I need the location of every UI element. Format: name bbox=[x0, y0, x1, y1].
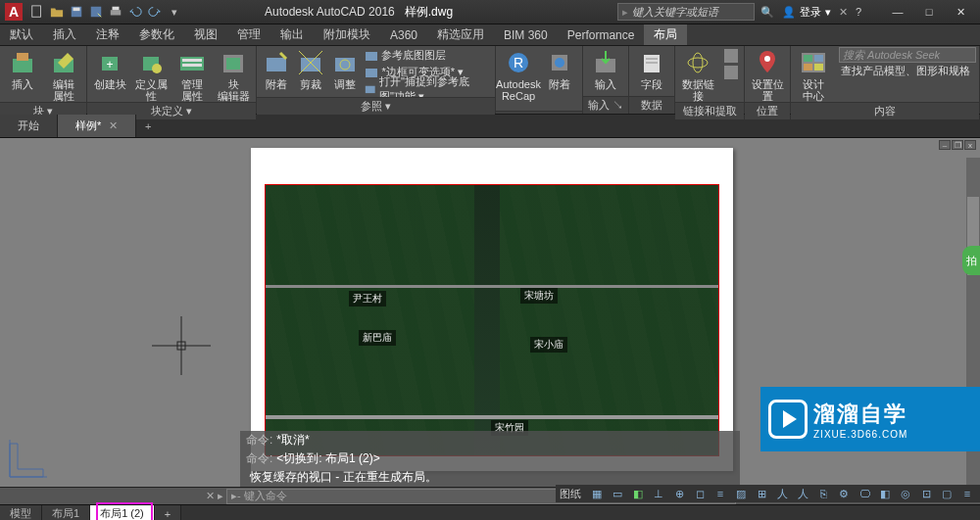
ribbon-tab-8[interactable]: A360 bbox=[380, 24, 427, 45]
doc-tab-1[interactable]: 样例*✕ bbox=[58, 115, 136, 137]
status-isolate-icon[interactable]: ◎ bbox=[897, 486, 914, 501]
recap-button[interactable]: RAutodeskReCap bbox=[499, 47, 538, 102]
status-transparency-icon[interactable]: ▨ bbox=[732, 486, 750, 501]
satellite-image bbox=[266, 185, 718, 455]
layout-tab-add-button[interactable]: + bbox=[155, 505, 181, 520]
status-qp-icon[interactable]: ⊞ bbox=[753, 486, 770, 501]
qat-print-icon[interactable] bbox=[108, 4, 123, 20]
ribbon-tab-4[interactable]: 视图 bbox=[184, 24, 227, 45]
status-scale-icon[interactable]: ⎘ bbox=[814, 486, 832, 501]
ribbon-tab-5[interactable]: 管理 bbox=[227, 24, 270, 45]
panel-label-7[interactable]: 位置 bbox=[745, 102, 790, 119]
doc-tab-add-button[interactable]: + bbox=[136, 115, 160, 137]
doctab-close-icon[interactable]: ✕ bbox=[109, 119, 118, 132]
panel-label-5[interactable]: 数据 bbox=[629, 96, 674, 114]
insert-button[interactable]: 插入 bbox=[3, 47, 42, 90]
attach-button[interactable]: 附着 bbox=[260, 47, 292, 90]
ribbon-tab-1[interactable]: 插入 bbox=[43, 24, 86, 45]
layout-viewport[interactable]: 尹王村宋塘坊新巴庙宋小庙宋竹园 bbox=[265, 184, 719, 456]
search-go-icon[interactable]: 🔍 bbox=[760, 6, 774, 19]
btn-label: 剪裁 bbox=[300, 78, 321, 90]
doc-close-button[interactable]: x bbox=[964, 140, 976, 150]
autodesk-seek-input[interactable]: 搜索 Autodesk Seek bbox=[839, 47, 976, 63]
status-hw-icon[interactable]: ⊡ bbox=[917, 486, 935, 501]
table-icon[interactable] bbox=[721, 47, 741, 64]
panel-label-8[interactable]: 内容 bbox=[791, 102, 979, 119]
status-polar-icon[interactable]: ⊕ bbox=[670, 486, 688, 501]
app-logo[interactable]: A bbox=[5, 3, 23, 21]
minimize-button[interactable]: — bbox=[884, 2, 911, 22]
layout-tab-1[interactable]: 布局1 bbox=[42, 505, 90, 520]
edit-attr-button[interactable]: 编辑属性 bbox=[44, 47, 83, 102]
side-palette-handle[interactable]: 拍 bbox=[962, 246, 980, 275]
drawing-area[interactable]: – ❐ x 尹王村宋塘坊新巴庙宋小庙宋竹园 命令:*取消*命令:<切换到: 布局… bbox=[0, 138, 980, 487]
status-grid-icon[interactable]: ▦ bbox=[588, 486, 606, 501]
design-center-button[interactable]: 设计中心 bbox=[794, 47, 833, 102]
ribbon-tab-3[interactable]: 参数化 bbox=[129, 24, 184, 45]
svg-rect-4 bbox=[111, 10, 122, 15]
status-mode-label[interactable]: 图纸 bbox=[560, 487, 581, 501]
attach2-button[interactable]: 附着 bbox=[540, 47, 579, 90]
data-link-button[interactable]: 数据链接 bbox=[678, 47, 717, 102]
status-units-icon[interactable]: ◧ bbox=[876, 486, 894, 501]
cmdbar-arrow-icon[interactable]: ▸ bbox=[218, 490, 223, 502]
help-search-input[interactable]: ▸键入关键字或短语 bbox=[617, 3, 755, 21]
status-ortho-icon[interactable]: ⊥ bbox=[650, 486, 667, 501]
status-lwt-icon[interactable]: ≡ bbox=[711, 486, 729, 501]
status-custom-icon[interactable]: ≡ bbox=[958, 486, 976, 501]
qat-dropdown-icon[interactable]: ▾ bbox=[167, 4, 182, 20]
ribbon-tab-12[interactable]: 布局 bbox=[644, 24, 687, 45]
status-osnap-icon[interactable]: ◻ bbox=[691, 486, 709, 501]
adjust-button[interactable]: 调整 bbox=[328, 47, 361, 90]
ribbon-tab-7[interactable]: 附加模块 bbox=[314, 24, 380, 45]
ribbon-tab-2[interactable]: 注释 bbox=[86, 24, 129, 45]
ribbon-tab-10[interactable]: BIM 360 bbox=[494, 24, 558, 45]
exchange-icon[interactable]: ✕ bbox=[839, 6, 848, 19]
status-anno-icon[interactable]: 人 bbox=[773, 486, 791, 501]
qat-saveas-icon[interactable] bbox=[88, 4, 104, 20]
panel-label-3[interactable] bbox=[496, 111, 582, 114]
import-button[interactable]: 输入 bbox=[586, 47, 625, 90]
panel-label-2[interactable]: 参照 ▾ bbox=[257, 97, 495, 115]
def-attr-button[interactable]: 定义属性 bbox=[131, 47, 171, 102]
set-location-button[interactable]: 设置位置 bbox=[748, 47, 787, 102]
underlay-layers-button[interactable]: 参考底图图层 bbox=[363, 47, 492, 64]
panel-label-4[interactable]: 输入 ↘ bbox=[583, 96, 628, 114]
clip-icon bbox=[297, 49, 324, 76]
status-ws-icon[interactable]: ⚙ bbox=[835, 486, 853, 501]
status-bar: 图纸 ▦ ▭ ◧ ⊥ ⊕ ◻ ≡ ▨ ⊞ 人 人 ⎘ ⚙ 🖵 ◧ ◎ ⊡ ▢ ≡ bbox=[556, 485, 980, 502]
clip-button[interactable]: 剪裁 bbox=[294, 47, 326, 90]
ribbon-tab-6[interactable]: 输出 bbox=[270, 24, 314, 45]
layout-tab-2[interactable]: 布局1 (2) bbox=[90, 505, 155, 520]
block-editor-button[interactable]: 块编辑器 bbox=[214, 47, 253, 102]
qat-undo-icon[interactable] bbox=[127, 4, 143, 20]
status-snap-icon[interactable]: ◧ bbox=[629, 486, 647, 501]
status-clean-icon[interactable]: ▢ bbox=[938, 486, 956, 501]
ribbon-tab-9[interactable]: 精选应用 bbox=[427, 24, 494, 45]
qat-open-icon[interactable] bbox=[49, 4, 65, 20]
maximize-button[interactable]: □ bbox=[915, 2, 943, 22]
status-paper-icon[interactable]: ▭ bbox=[609, 486, 626, 501]
snap-underlay-button[interactable]: 打开"捕捉到参考底图"功能 ▾ bbox=[363, 80, 492, 97]
status-annoscale-icon[interactable]: 人 bbox=[794, 486, 811, 501]
doc-tab-0[interactable]: 开始 bbox=[0, 115, 58, 137]
field-button[interactable]: 字段 bbox=[632, 47, 671, 90]
qat-new-icon[interactable] bbox=[29, 4, 45, 20]
refresh-icon[interactable] bbox=[721, 64, 741, 80]
qat-redo-icon[interactable] bbox=[147, 4, 163, 20]
qat-save-icon[interactable] bbox=[69, 4, 84, 20]
ribbon-tab-0[interactable]: 默认 bbox=[0, 24, 43, 45]
close-button[interactable]: ✕ bbox=[947, 2, 974, 22]
create-block-button[interactable]: +创建块 bbox=[90, 47, 129, 90]
doc-minimize-button[interactable]: – bbox=[939, 140, 951, 150]
panel-label-6[interactable]: 链接和提取 bbox=[675, 102, 744, 119]
ribbon-tab-11[interactable]: Performance bbox=[558, 24, 645, 45]
help-icon[interactable]: ? bbox=[856, 6, 861, 18]
doc-restore-button[interactable]: ❐ bbox=[952, 140, 963, 150]
signin-button[interactable]: 👤 登录 ▾ bbox=[782, 5, 831, 20]
status-monitor-icon[interactable]: 🖵 bbox=[856, 486, 873, 501]
layout-tab-0[interactable]: 模型 bbox=[0, 505, 42, 520]
manage-attr-button[interactable]: 管理属性 bbox=[172, 47, 212, 102]
btn-label: 设置位置 bbox=[748, 78, 787, 102]
cmdbar-close-icon[interactable]: ✕ bbox=[206, 490, 215, 502]
